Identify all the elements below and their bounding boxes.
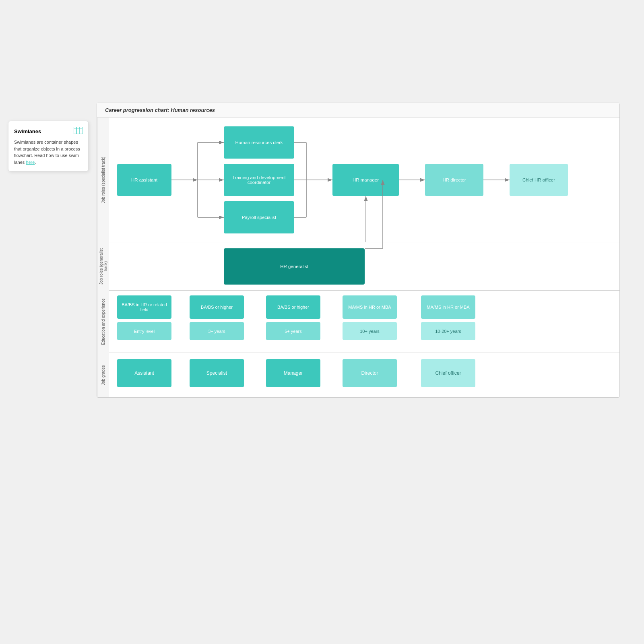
grade-director-label: Director xyxy=(361,370,378,376)
box-hr-manager[interactable]: HR manager xyxy=(332,164,399,196)
edu1-degree: BA/BS in HR or related field xyxy=(117,295,171,319)
box-hr-generalist[interactable]: HR generalist xyxy=(224,248,365,285)
svg-rect-0 xyxy=(74,127,83,134)
grade-assistant: Assistant xyxy=(117,359,171,387)
box-training-coord[interactable]: Training and development coordinator xyxy=(224,164,294,196)
edu1-exp: Entry level xyxy=(117,322,171,340)
box-chief-hr[interactable]: Chief HR officer xyxy=(510,164,568,196)
edu1-degree-label: BA/BS in HR or related field xyxy=(120,302,169,312)
grade-chief-label: Chief officer xyxy=(436,370,461,376)
lane-label-grades: Job grades xyxy=(97,353,109,397)
edu5-exp-label: 10-20+ years xyxy=(435,329,461,334)
tooltip-body: Swimlanes are container shapes that orga… xyxy=(14,139,83,165)
edu4-exp-label: 10+ years xyxy=(360,329,380,334)
box-chief-hr-label: Chief HR officer xyxy=(522,178,555,182)
chart-content: HR assistant Human resources clerk Train… xyxy=(109,118,619,397)
box-hr-clerk[interactable]: Human resources clerk xyxy=(224,126,294,159)
edu2-degree-label: BA/BS or higher xyxy=(201,305,233,310)
chart-container: Career progression chart: Human resource… xyxy=(97,103,620,398)
box-hr-manager-label: HR manager xyxy=(353,178,379,182)
chart-title: Career progression chart: Human resource… xyxy=(97,103,619,118)
box-training-coord-label: Training and development coordinator xyxy=(226,175,292,185)
lane-label-education: Education and experience xyxy=(97,291,109,353)
grade-specialist-label: Specialist xyxy=(206,370,227,376)
grade-assistant-label: Assistant xyxy=(134,370,154,376)
grade-manager: Manager xyxy=(266,359,320,387)
edu5-degree: MA/MS in HR or MBA xyxy=(421,295,475,319)
lane-label-generalist: Job roles (generalist track) xyxy=(97,242,109,291)
edu4-exp: 10+ years xyxy=(343,322,397,340)
edu5-exp: 10-20+ years xyxy=(421,322,475,340)
swimlanes-tooltip: Swimlanes Swimlanes are container shapes… xyxy=(8,121,89,171)
grade-director: Director xyxy=(343,359,397,387)
box-hr-generalist-label: HR generalist xyxy=(280,264,308,269)
swimlane-specialist: HR assistant Human resources clerk Train… xyxy=(109,118,619,242)
edu3-degree: BA/BS or higher xyxy=(266,295,320,319)
edu4-degree: MA/MS in HR or MBA xyxy=(343,295,397,319)
lane-labels: Job roles (specialist track) Job roles (… xyxy=(97,118,109,397)
grade-chief: Chief officer xyxy=(421,359,475,387)
box-hr-assistant-label: HR assistant xyxy=(131,178,157,182)
swimlane-grades: Assistant Specialist Manager Director Ch… xyxy=(109,353,619,397)
swimlane-generalist: HR generalist xyxy=(109,242,619,291)
edu2-exp-label: 3+ years xyxy=(208,329,225,334)
tooltip-title: Swimlanes xyxy=(14,128,41,134)
edu4-degree-label: MA/MS in HR or MBA xyxy=(348,305,391,310)
edu2-degree: BA/BS or higher xyxy=(190,295,244,319)
lane-label-specialist: Job roles (specialist track) xyxy=(97,118,109,242)
box-payroll[interactable]: Payroll specialist xyxy=(224,201,294,233)
grade-specialist: Specialist xyxy=(190,359,244,387)
box-payroll-label: Payroll specialist xyxy=(242,215,277,220)
grade-manager-label: Manager xyxy=(284,370,303,376)
swimlane-education: BA/BS in HR or related field Entry level… xyxy=(109,291,619,353)
swimlanes-icon xyxy=(74,127,83,136)
box-hr-director-label: HR director xyxy=(442,178,466,182)
box-hr-clerk-label: Human resources clerk xyxy=(235,140,283,145)
box-hr-director[interactable]: HR director xyxy=(425,164,483,196)
edu1-exp-label: Entry level xyxy=(134,329,155,334)
edu3-exp-label: 5+ years xyxy=(285,329,302,334)
edu5-degree-label: MA/MS in HR or MBA xyxy=(427,305,469,310)
edu3-exp: 5+ years xyxy=(266,322,320,340)
edu3-degree-label: BA/BS or higher xyxy=(277,305,309,310)
box-hr-assistant[interactable]: HR assistant xyxy=(117,164,171,196)
tooltip-link[interactable]: here xyxy=(26,160,35,165)
edu2-exp: 3+ years xyxy=(190,322,244,340)
